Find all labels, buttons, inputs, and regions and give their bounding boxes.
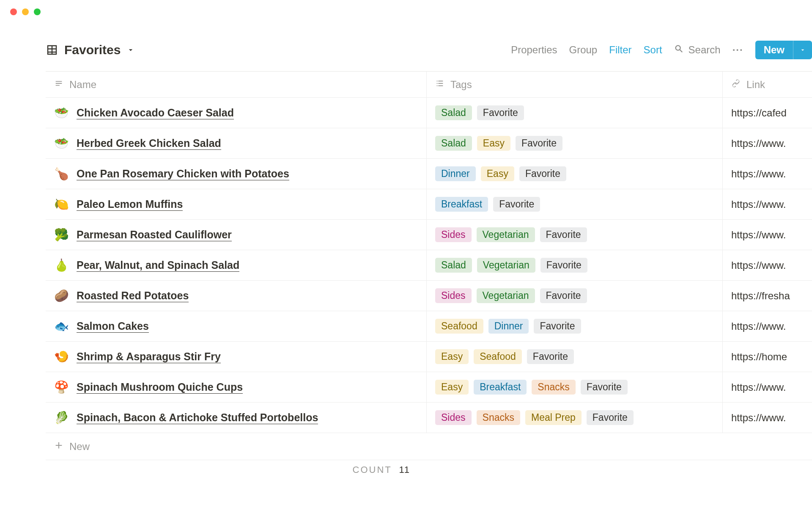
name-cell[interactable]: 🥗Herbed Greek Chicken Salad	[46, 128, 426, 158]
name-cell[interactable]: 🍤Shrimp & Asparagus Stir Fry	[46, 342, 426, 372]
page-link[interactable]: 🥗Chicken Avocado Caeser Salad	[54, 106, 234, 120]
page-link[interactable]: 🐟Salmon Cakes	[54, 319, 149, 333]
link-cell[interactable]: https://home	[722, 342, 812, 372]
tag-sides: Sides	[435, 288, 472, 303]
tags-cell[interactable]: BreakfastFavorite	[426, 189, 722, 219]
name-cell[interactable]: 🍗One Pan Rosemary Chicken with Potatoes	[46, 159, 426, 189]
page-link[interactable]: 🍗One Pan Rosemary Chicken with Potatoes	[54, 167, 289, 181]
tags-list: SeafoodDinnerFavorite	[435, 319, 581, 334]
table-row[interactable]: 🐟Salmon CakesSeafoodDinnerFavoritehttps:…	[46, 311, 812, 342]
column-header-tags[interactable]: Tags	[426, 72, 722, 97]
name-cell[interactable]: 🐟Salmon Cakes	[46, 311, 426, 341]
table-row[interactable]: 🥦Parmesan Roasted CauliflowerSidesVegeta…	[46, 220, 812, 250]
table-row[interactable]: 🍋Paleo Lemon MuffinsBreakfastFavoritehtt…	[46, 189, 812, 220]
page-link[interactable]: 🥗Herbed Greek Chicken Salad	[54, 136, 221, 150]
page-link[interactable]: 🥦Parmesan Roasted Cauliflower	[54, 228, 232, 242]
name-cell[interactable]: 🍐Pear, Walnut, and Spinach Salad	[46, 250, 426, 280]
view-switcher[interactable]: Favorites	[46, 43, 135, 57]
search-label: Search	[689, 44, 721, 56]
tag-easy: Easy	[435, 349, 469, 364]
page-title: Parmesan Roasted Cauliflower	[77, 229, 232, 241]
link-cell[interactable]: https://www.	[722, 250, 812, 280]
tag-breakfast: Breakfast	[435, 197, 488, 212]
table-header-row: Name Tags Link	[46, 72, 812, 98]
count-value: 11	[399, 464, 409, 475]
page-icon: 🥦	[54, 228, 69, 242]
group-button[interactable]: Group	[569, 44, 598, 56]
table-row[interactable]: 🥗Chicken Avocado Caeser SaladSaladFavori…	[46, 98, 812, 128]
page-link[interactable]: 🥔Roasted Red Potatoes	[54, 289, 189, 303]
more-button[interactable]: ···	[732, 44, 743, 56]
link-cell[interactable]: https://fresha	[722, 281, 812, 311]
tags-cell[interactable]: SaladFavorite	[426, 98, 722, 128]
link-cell[interactable]: https://www.	[722, 311, 812, 341]
tags-cell[interactable]: EasySeafoodFavorite	[426, 342, 722, 372]
link-cell[interactable]: https://cafed	[722, 98, 812, 128]
page-title: Pear, Walnut, and Spinach Salad	[77, 259, 239, 272]
name-cell[interactable]: 🥔Roasted Red Potatoes	[46, 281, 426, 311]
tag-vegetarian: Vegetarian	[477, 227, 535, 242]
tag-breakfast: Breakfast	[474, 380, 527, 395]
tags-cell[interactable]: SidesSnacksMeal PrepFavorite	[426, 403, 722, 433]
tags-cell[interactable]: SidesVegetarianFavorite	[426, 281, 722, 311]
table-row[interactable]: 🥔Roasted Red PotatoesSidesVegetarianFavo…	[46, 281, 812, 311]
link-cell[interactable]: https://www.	[722, 128, 812, 158]
page-link[interactable]: 🥬Spinach, Bacon & Artichoke Stuffed Port…	[54, 411, 318, 425]
column-header-link[interactable]: Link	[722, 72, 812, 97]
link-cell[interactable]: https://www.	[722, 220, 812, 250]
tag-salad: Salad	[435, 105, 472, 120]
table-row[interactable]: 🍗One Pan Rosemary Chicken with PotatoesD…	[46, 159, 812, 189]
table-row[interactable]: 🥬Spinach, Bacon & Artichoke Stuffed Port…	[46, 403, 812, 433]
new-dropdown-button[interactable]	[793, 41, 812, 59]
tags-cell[interactable]: EasyBreakfastSnacksFavorite	[426, 372, 722, 402]
table-row[interactable]: 🥗Herbed Greek Chicken SaladSaladEasyFavo…	[46, 128, 812, 159]
page-link[interactable]: 🍋Paleo Lemon Muffins	[54, 197, 183, 211]
search-button[interactable]: Search	[674, 44, 721, 56]
link-text: https://www.	[731, 168, 786, 180]
properties-button[interactable]: Properties	[511, 44, 557, 56]
tag-favorite: Favorite	[540, 288, 587, 303]
name-cell[interactable]: 🥬Spinach, Bacon & Artichoke Stuffed Port…	[46, 403, 426, 433]
new-button[interactable]: New	[755, 41, 793, 59]
tags-cell[interactable]: SidesVegetarianFavorite	[426, 220, 722, 250]
name-cell[interactable]: 🍋Paleo Lemon Muffins	[46, 189, 426, 219]
page-icon: 🥔	[54, 289, 69, 303]
page-link[interactable]: 🍐Pear, Walnut, and Spinach Salad	[54, 258, 239, 272]
link-text: https://cafed	[731, 107, 787, 119]
row-count[interactable]: COUNT 11	[46, 464, 426, 475]
filter-button[interactable]: Filter	[609, 44, 631, 56]
tags-cell[interactable]: SaladVegetarianFavorite	[426, 250, 722, 280]
page-link[interactable]: 🍄Spinach Mushroom Quiche Cups	[54, 380, 243, 394]
tags-list: SaladVegetarianFavorite	[435, 258, 587, 273]
svg-line-1	[680, 50, 682, 52]
page-title: Roasted Red Potatoes	[77, 290, 189, 302]
window-minimize-icon[interactable]	[22, 8, 29, 15]
link-cell[interactable]: https://www.	[722, 372, 812, 402]
column-header-name[interactable]: Name	[46, 72, 426, 97]
link-cell[interactable]: https://www.	[722, 159, 812, 189]
name-cell[interactable]: 🥦Parmesan Roasted Cauliflower	[46, 220, 426, 250]
table-row[interactable]: 🍐Pear, Walnut, and Spinach SaladSaladVeg…	[46, 250, 812, 281]
page-title: Salmon Cakes	[77, 320, 149, 333]
window-zoom-icon[interactable]	[34, 8, 41, 15]
tags-cell[interactable]: SeafoodDinnerFavorite	[426, 311, 722, 341]
page-icon: 🍋	[54, 197, 69, 211]
page-title: Shrimp & Asparagus Stir Fry	[77, 351, 221, 363]
window-close-icon[interactable]	[10, 8, 17, 15]
table-row[interactable]: 🍤Shrimp & Asparagus Stir FryEasySeafoodF…	[46, 342, 812, 372]
tags-cell[interactable]: SaladEasyFavorite	[426, 128, 722, 158]
sort-button[interactable]: Sort	[644, 44, 662, 56]
table-row[interactable]: 🍄Spinach Mushroom Quiche CupsEasyBreakfa…	[46, 372, 812, 403]
name-cell[interactable]: 🥗Chicken Avocado Caeser Salad	[46, 98, 426, 128]
tag-favorite: Favorite	[493, 197, 540, 212]
tag-snacks: Snacks	[532, 380, 575, 395]
page-link[interactable]: 🍤Shrimp & Asparagus Stir Fry	[54, 350, 221, 364]
toolbar-actions: Properties Group Filter Sort Search ··· …	[511, 41, 812, 59]
name-cell[interactable]: 🍄Spinach Mushroom Quiche Cups	[46, 372, 426, 402]
link-cell[interactable]: https://www.	[722, 403, 812, 433]
add-row-button[interactable]: New	[46, 433, 812, 460]
link-text: https://www.	[731, 412, 786, 424]
tag-favorite: Favorite	[516, 136, 562, 151]
tags-cell[interactable]: DinnerEasyFavorite	[426, 159, 722, 189]
link-cell[interactable]: https://www.	[722, 189, 812, 219]
